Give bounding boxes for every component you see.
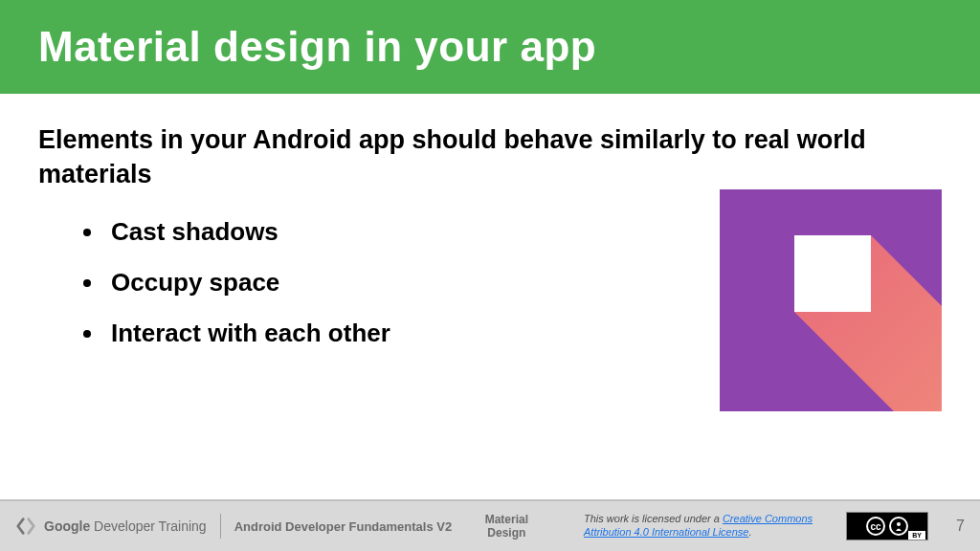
material-illustration: [720, 189, 942, 411]
brand-rest: Developer Training: [90, 518, 206, 534]
google-developer-training-logo: Google Developer Training: [15, 516, 207, 537]
title-bar: Material design in your app: [0, 0, 980, 94]
white-square-graphic: [794, 235, 871, 312]
slide-body: Elements in your Android app should beha…: [0, 94, 980, 499]
section-line1: Material: [485, 513, 528, 526]
footer-bar: Google Developer Training Android Develo…: [0, 499, 980, 551]
brand-text: Google Developer Training: [44, 518, 207, 534]
lead-text: Elements in your Android app should beha…: [38, 122, 900, 192]
cc-circle-icon: cc: [866, 517, 885, 536]
section-line2: Design: [485, 526, 528, 540]
angle-brackets-icon: [15, 516, 36, 537]
section-label: Material Design: [485, 513, 528, 540]
separator: [220, 514, 221, 539]
svg-point-0: [897, 522, 901, 526]
course-name: Android Developer Fundamentals V2: [234, 519, 453, 534]
slide: Material design in your app Elements in …: [0, 0, 980, 551]
slide-title: Material design in your app: [38, 23, 942, 71]
license-text: This work is licensed under a Creative C…: [584, 513, 833, 540]
cc-by-badge-icon: cc BY: [846, 512, 928, 540]
brand-google: Google: [44, 518, 90, 534]
license-suffix: .: [748, 526, 751, 538]
page-number: 7: [946, 518, 965, 535]
person-circle-icon: [889, 517, 908, 536]
license-prefix: This work is licensed under a: [584, 513, 723, 524]
by-label: BY: [908, 531, 925, 540]
